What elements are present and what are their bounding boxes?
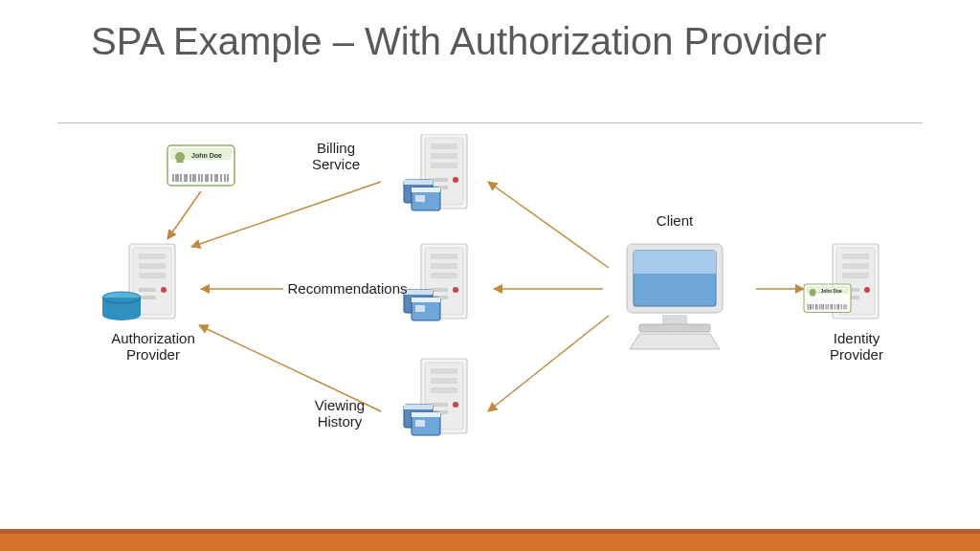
svg-point-45 xyxy=(102,292,141,303)
billing-server-icon xyxy=(404,134,467,210)
client-monitor-icon xyxy=(627,244,723,349)
svg-text:John Doe: John Doe xyxy=(821,289,843,294)
svg-point-48 xyxy=(102,292,141,303)
svg-rect-53 xyxy=(639,324,710,332)
svg-rect-50 xyxy=(634,251,716,306)
svg-line-40 xyxy=(191,182,381,247)
svg-line-36 xyxy=(488,182,609,268)
page-title: SPA Example – With Authorization Provide… xyxy=(91,19,827,63)
recommendations-label: Recommendations xyxy=(285,280,410,297)
billing-label: Billing Service xyxy=(293,140,379,173)
svg-line-43 xyxy=(167,191,201,239)
svg-text:John Doe: John Doe xyxy=(191,152,222,159)
client-label: Client xyxy=(646,212,703,229)
viewing-label: Viewing History xyxy=(301,397,378,430)
id-card-icon: John Doe xyxy=(167,145,234,186)
identity-label: Identity Provider xyxy=(809,330,904,364)
svg-point-47 xyxy=(102,309,141,320)
auth-provider-icon xyxy=(102,244,175,320)
architecture-diagram: John Doe xyxy=(0,134,980,517)
svg-line-38 xyxy=(488,316,609,411)
svg-rect-49 xyxy=(627,244,723,313)
slide: SPA Example – With Authorization Provide… xyxy=(0,0,980,551)
viewing-server-icon xyxy=(404,359,467,435)
footer-bar xyxy=(0,534,980,551)
identity-provider-icon: John Doe xyxy=(804,244,879,319)
diagram-svg: John Doe xyxy=(0,134,980,517)
auth-provider-label: Authorization Provider xyxy=(96,330,211,364)
svg-rect-52 xyxy=(662,315,687,324)
recommendations-server-icon xyxy=(404,244,467,320)
svg-rect-46 xyxy=(102,298,141,315)
svg-rect-51 xyxy=(634,251,716,274)
title-underline xyxy=(57,122,923,123)
